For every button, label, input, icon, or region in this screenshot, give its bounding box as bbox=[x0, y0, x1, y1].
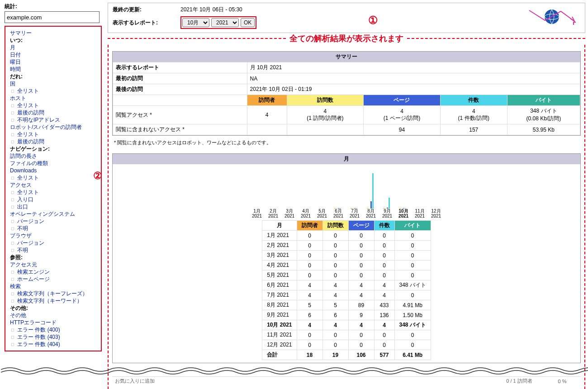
tear-line bbox=[1, 366, 588, 375]
nav-item[interactable]: 出口 bbox=[10, 203, 96, 210]
month-label: 5月2021 bbox=[315, 209, 329, 218]
nav-item[interactable]: 時間 bbox=[10, 66, 96, 73]
nav-item[interactable]: その他 bbox=[10, 312, 96, 319]
nav-item[interactable]: Downloads bbox=[10, 167, 96, 174]
annotation-1: ① bbox=[368, 14, 378, 27]
nav-item[interactable]: 最後の訪問 bbox=[10, 138, 96, 145]
nav-item[interactable]: アクセス bbox=[10, 181, 96, 189]
nav-item[interactable]: オペレーティングシステム bbox=[10, 210, 96, 218]
nav-item[interactable]: HTTPエラーコード bbox=[10, 319, 96, 326]
stats-label: 統計: bbox=[5, 3, 102, 10]
month-label: 2月2021 bbox=[266, 209, 280, 218]
nav-item[interactable]: ホスト bbox=[10, 95, 96, 102]
nav-links: サマリーいつ:月日付曜日時間だれ:国全リストホスト全リスト最後の訪問不明なIPア… bbox=[5, 26, 102, 351]
summary-row-label: 表示するレポート bbox=[113, 62, 247, 73]
nav-item[interactable]: バージョン bbox=[10, 218, 96, 225]
nav-item[interactable]: サマリー bbox=[10, 29, 96, 37]
nav-item[interactable]: 訪問の長さ bbox=[10, 152, 96, 160]
month-label: 6月2021 bbox=[332, 209, 345, 218]
month-label: 1月2021 bbox=[250, 209, 264, 218]
col-hits: 件数 bbox=[440, 95, 507, 106]
nav-item[interactable]: ブラウザ bbox=[10, 232, 96, 239]
favorites-row: お気に入りに追加 0 / 1 訪問者 0 % bbox=[112, 376, 581, 385]
nav-item[interactable]: 最後の訪問 bbox=[10, 109, 96, 116]
nav-item[interactable]: 不明 bbox=[10, 225, 96, 232]
nav-item[interactable]: 全リスト bbox=[10, 87, 96, 95]
nav-item[interactable]: 全リスト bbox=[10, 189, 96, 196]
month-label: 3月2021 bbox=[283, 209, 296, 218]
summary-row-viewed: 閲覧アクセス * 44(1 訪問/訪問者)4(1 ページ/訪問)4(1 件数/訪… bbox=[113, 106, 580, 124]
nav-item[interactable]: 不明なIPアドレス bbox=[10, 116, 96, 123]
nav-item: その他: bbox=[10, 304, 96, 312]
month-title: 月 bbox=[113, 154, 580, 164]
nav-item[interactable]: バージョン bbox=[10, 239, 96, 247]
summary-note: * 閲覧に含まれないアクセスはロボット、ワームなどによるものです。 bbox=[112, 138, 581, 147]
nav-item[interactable]: エラー 件数 (404) bbox=[10, 341, 96, 348]
month-table: 月訪問者訪問数ページ件数バイト1月 2021000002月 2021000003… bbox=[262, 220, 431, 360]
summary-row-notviewed: 閲覧に含まれないアクセス * 9415753.95 Kb bbox=[113, 124, 580, 135]
col-pages: ページ bbox=[364, 95, 441, 106]
month-label: 10月2021 bbox=[397, 209, 410, 218]
month-label: 11月2021 bbox=[413, 209, 427, 218]
favorites-stat1: 0 / 1 訪問者 bbox=[492, 378, 546, 384]
nav-item[interactable]: 全リスト bbox=[10, 102, 96, 109]
month-panel: 月 1月20212月20213月20214月20215月20216月20217月… bbox=[112, 153, 581, 363]
results-area: サマリー 表示するレポート 月 10月 2021 最初の訪問 NA 最後の訪問 … bbox=[108, 45, 585, 389]
month-label: 8月2021 bbox=[364, 209, 378, 218]
nav-item[interactable]: 月 bbox=[10, 44, 96, 51]
nav-item: ナビゲーション: bbox=[10, 145, 96, 152]
nav-item[interactable]: 国 bbox=[10, 80, 96, 87]
nav-item[interactable]: ロボット/スパイダーの訪問者 bbox=[10, 123, 96, 131]
nav-item[interactable]: 検索エンジン bbox=[10, 268, 96, 275]
summary-row-val: NA bbox=[247, 73, 580, 84]
last-update-label: 最終の更新: bbox=[113, 6, 176, 14]
summary-col bbox=[113, 95, 247, 106]
summary-row-label: 最後の訪問 bbox=[113, 84, 247, 95]
summary-panel: サマリー 表示するレポート 月 10月 2021 最初の訪問 NA 最後の訪問 … bbox=[112, 51, 581, 136]
nav-item[interactable]: 全リスト bbox=[10, 131, 96, 138]
nav-item[interactable]: 検索文字列（キーワード） bbox=[10, 297, 96, 304]
nav-item[interactable]: 曜日 bbox=[10, 58, 96, 66]
nav-item[interactable]: 検索 bbox=[10, 283, 96, 290]
nav-item[interactable]: エラー 件数 (403) bbox=[10, 333, 96, 341]
nav-item[interactable]: 全リスト bbox=[10, 174, 96, 181]
annotation-2: ② bbox=[93, 170, 102, 182]
month-label: 9月2021 bbox=[380, 209, 394, 218]
favorites-label: お気に入りに追加 bbox=[115, 378, 155, 384]
nav-item: いつ: bbox=[10, 37, 96, 44]
month-label: 12月2021 bbox=[429, 209, 443, 218]
year-select[interactable]: 2021 bbox=[211, 18, 239, 27]
nav-item[interactable]: 日付 bbox=[10, 51, 96, 58]
stats-input[interactable] bbox=[5, 11, 100, 23]
nav-item[interactable]: 検索文字列（キーフレーズ） bbox=[10, 290, 96, 297]
summary-row-val: 月 10月 2021 bbox=[247, 62, 580, 73]
nav-item[interactable]: 入り口 bbox=[10, 196, 96, 203]
report-controls-highlight: 10月 2021 OK bbox=[180, 16, 256, 29]
nav-item: だれ: bbox=[10, 73, 96, 80]
results-banner: 全ての解析結果が表示されます bbox=[108, 33, 585, 44]
col-bytes: バイト bbox=[507, 95, 580, 106]
col-visits: 訪問数 bbox=[287, 95, 364, 106]
ok-button[interactable]: OK bbox=[241, 18, 255, 27]
logo-icon bbox=[527, 5, 577, 28]
summary-title: サマリー bbox=[113, 52, 580, 62]
nav-item[interactable]: ホームページ bbox=[10, 275, 96, 283]
summary-row-label: 最初の訪問 bbox=[113, 73, 247, 84]
month-label: 4月2021 bbox=[299, 209, 313, 218]
month-select[interactable]: 10月 bbox=[182, 18, 209, 27]
nav-item[interactable]: エラー 件数 (400) bbox=[10, 326, 96, 333]
summary-row-val: 2021年 10月 02日 - 01:19 bbox=[247, 84, 580, 95]
nav-item[interactable]: ファイルの種類 bbox=[10, 160, 96, 167]
last-update-value: 2021年 10月 06日 - 05:30 bbox=[180, 6, 242, 14]
nav-item[interactable]: 不明 bbox=[10, 247, 96, 254]
nav-item[interactable]: アクセス元 bbox=[10, 261, 96, 268]
month-label: 7月2021 bbox=[348, 209, 361, 218]
top-bar: 最終の更新: 2021年 10月 06日 - 05:30 表示するレポート: 1… bbox=[108, 3, 585, 33]
favorites-stat2: 0 % bbox=[546, 379, 578, 384]
col-visitors: 訪問者 bbox=[247, 95, 287, 106]
nav-item: 参照: bbox=[10, 254, 96, 261]
report-label: 表示するレポート: bbox=[113, 19, 176, 27]
